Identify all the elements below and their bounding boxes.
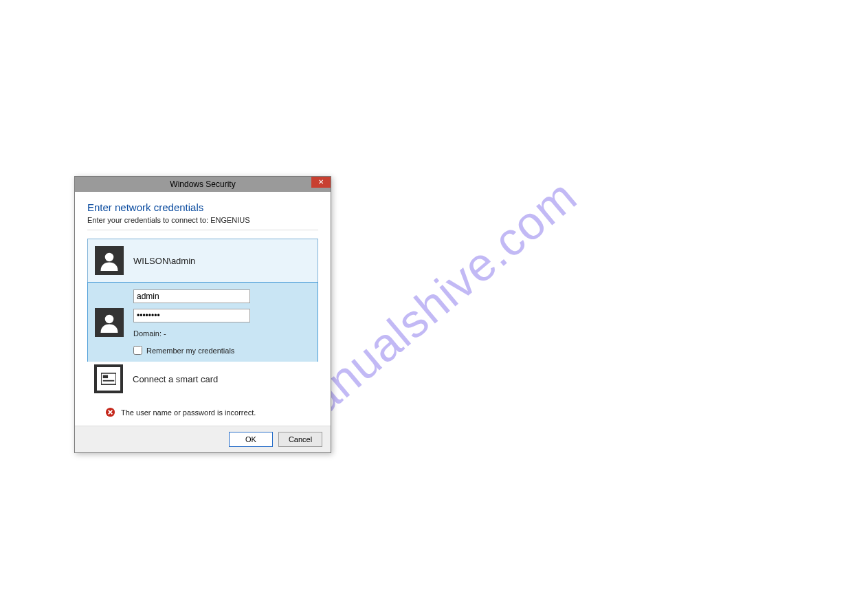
credential-list: WILSON\admin Domain: - Remember m [87, 239, 318, 400]
smartcard-label-wrap: Connect a smart card [133, 374, 311, 384]
titlebar: Windows Security ✕ [75, 177, 331, 192]
user-avatar-icon [95, 308, 124, 337]
close-button[interactable]: ✕ [311, 177, 331, 188]
dialog-title: Windows Security [170, 179, 235, 189]
remember-credentials-row[interactable]: Remember my credentials [133, 346, 311, 355]
windows-security-dialog: Windows Security ✕ Enter network credent… [74, 176, 331, 453]
svg-rect-4 [103, 380, 115, 382]
dialog-subtext: Enter your credentials to connect to: EN… [87, 216, 318, 230]
svg-point-1 [105, 314, 114, 323]
close-icon: ✕ [318, 179, 324, 186]
smartcard-icon [94, 364, 123, 393]
other-credential-row[interactable]: Domain: - Remember my credentials [87, 282, 318, 362]
saved-credential-row[interactable]: WILSON\admin [87, 239, 318, 283]
password-input[interactable] [133, 309, 250, 322]
domain-label: Domain: - [133, 329, 311, 338]
error-text: The user name or password is incorrect. [121, 408, 256, 417]
svg-rect-3 [103, 375, 108, 379]
smartcard-label: Connect a smart card [133, 374, 311, 384]
svg-point-0 [105, 253, 114, 262]
person-icon [99, 250, 120, 271]
username-input[interactable] [133, 289, 250, 303]
dialog-footer: OK Cancel [75, 426, 331, 452]
remember-checkbox[interactable] [133, 346, 142, 355]
card-icon [101, 373, 116, 385]
error-row: The user name or password is incorrect. [105, 407, 318, 417]
cancel-button[interactable]: Cancel [278, 432, 322, 447]
remember-label: Remember my credentials [146, 347, 234, 355]
user-avatar-icon [95, 246, 124, 275]
dialog-heading: Enter network credentials [87, 201, 318, 213]
error-icon [105, 407, 115, 417]
svg-rect-2 [101, 373, 116, 385]
credential-input-group: Domain: - Remember my credentials [133, 289, 311, 355]
saved-credential-label: WILSON\admin [133, 256, 311, 266]
ok-button[interactable]: OK [229, 432, 273, 447]
dialog-content: Enter network credentials Enter your cre… [75, 192, 331, 417]
smartcard-row[interactable]: Connect a smart card [87, 362, 318, 400]
person-icon [99, 312, 120, 333]
